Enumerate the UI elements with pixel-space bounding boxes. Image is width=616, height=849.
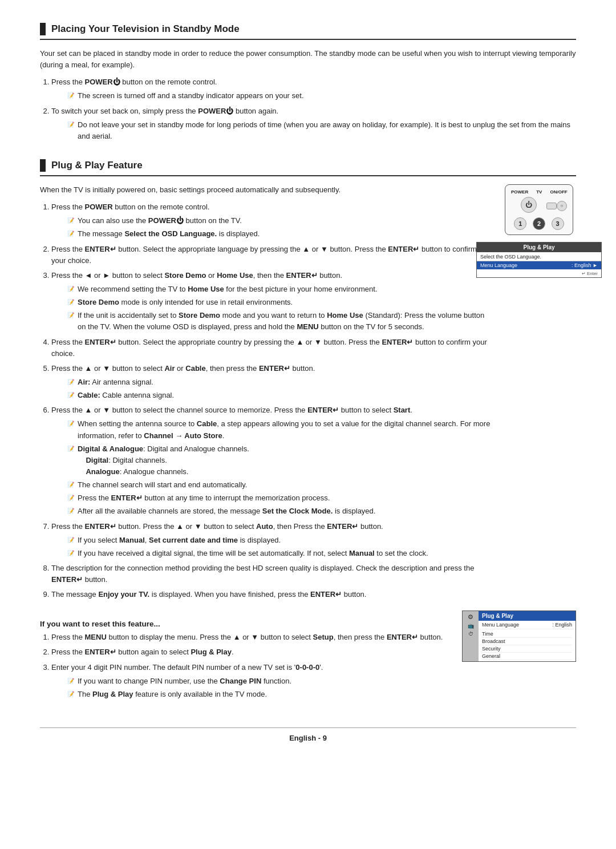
pp-note-6-1: When setting the antenna source to Cable… <box>67 418 491 441</box>
setup-osd-box: ⚙ 📺 ⏱ Plug & Play Menu Language : Englis… <box>462 611 576 662</box>
remote-top-labels: POWER TV ON/OFF <box>511 189 567 195</box>
power-bold-1: POWER⏻ <box>85 78 120 86</box>
remote-circle-btn: ○ <box>557 201 567 211</box>
standby-note-2-1: Do not leave your set in standby mode fo… <box>67 119 576 142</box>
rs2-bold2: Plug & Play <box>191 648 232 656</box>
standby-step-2-notes: Do not leave your set in standby mode fo… <box>67 119 576 142</box>
title-bar-decoration-2 <box>40 159 46 172</box>
standby-title: Placing Your Television in Standby Mode <box>40 23 576 40</box>
pp-s3-bold2: Home Use <box>217 271 253 280</box>
osd-subtitle: Select the OSD Language. <box>477 252 601 261</box>
standby-intro: Your set can be placed in standby mode i… <box>40 48 576 71</box>
plug-play-section: Plug & Play Feature When the TV is initi… <box>40 159 576 705</box>
rs1-bold3: ENTER↵ <box>387 633 418 641</box>
standby-step-2: To switch your set back on, simply press… <box>51 106 576 142</box>
pp-step-1: Press the POWER button on the remote con… <box>51 201 491 240</box>
remote-tv-row: ⏻ ○ <box>511 197 567 215</box>
plug-play-intro: When the TV is initially powered on, bas… <box>40 184 491 196</box>
setup-osd-lang-row: Menu Language : English <box>479 621 576 629</box>
rs3-bold1: 0-0-0-0 <box>295 663 319 672</box>
onoff-label: ON/OFF <box>550 189 567 195</box>
rs2-bold1: ENTER↵ <box>85 648 116 656</box>
pp-s9-bold1: Enjoy your TV. <box>98 590 149 599</box>
pp-n3-3-b3: MENU <box>297 322 318 331</box>
pp-step-1-notes: You can also use the POWER⏻ button on th… <box>67 215 491 240</box>
pp-n1-bold: POWER⏻ <box>148 216 184 225</box>
setup-right-panel: Plug & Play Menu Language : English Time… <box>479 611 576 661</box>
pp-n6-1-b2: Channel → Auto Store <box>144 431 222 440</box>
pp-note-3-3: If the unit is accidentally set to Store… <box>67 310 491 333</box>
pp-s4-bold2: ENTER↵ <box>382 338 413 346</box>
setup-icon-1: 📺 <box>468 623 474 629</box>
standby-step-1: Press the POWER⏻ button on the remote co… <box>51 76 576 102</box>
reset-heading: If you want to reset this feature... <box>40 620 453 628</box>
pp-note-5-1: Air: Air antenna signal. <box>67 377 491 388</box>
pp-note-6-3: The channel search will start and end au… <box>67 479 491 491</box>
power-label: POWER <box>511 189 528 195</box>
rs-n3-1-bold: Change PIN <box>220 677 261 685</box>
pp-n6-2-b2: Digital <box>86 456 108 464</box>
reset-step-3: Enter your 4 digit PIN number. The defau… <box>51 662 453 700</box>
setup-item-security: Security <box>482 645 572 653</box>
osd-title: Plug & Play <box>477 242 601 252</box>
pp-n7-1-b2: Set current date and time <box>149 536 238 544</box>
pp-n2-bold: Select the OSD Language. <box>124 229 217 238</box>
pp-s7-bold3: ENTER↵ <box>327 522 358 531</box>
pp-step-5-notes: Air: Air antenna signal. Cable: Cable an… <box>67 377 491 401</box>
pp-s3-bold1: Store Demo <box>164 271 206 280</box>
osd-menu-label: Menu Language <box>480 262 517 268</box>
pp-s1-bold1: POWER <box>85 203 113 211</box>
reset-steps: Press the MENU button to display the men… <box>51 632 453 700</box>
rs1-bold1: MENU <box>85 633 107 641</box>
setup-item-time: Time <box>482 630 572 638</box>
pp-n3-3-b1: Store Demo <box>179 311 220 320</box>
pp-n6-5-bold: Set the Clock Mode. <box>262 507 333 515</box>
pp-note-5-2: Cable: Cable antenna signal. <box>67 390 491 401</box>
pp-s7-bold2: Auto <box>256 522 273 531</box>
plug-play-main: When the TV is initially powered on, bas… <box>40 184 576 605</box>
pp-step-9: The message Enjoy your TV. is displayed.… <box>51 589 491 600</box>
pp-s6-bold1: ENTER↵ <box>307 406 339 414</box>
pp-step-3: Press the ◄ or ► button to select Store … <box>51 270 491 333</box>
pp-s5-bold2: Cable <box>185 364 205 373</box>
pp-step-2: Press the ENTER↵ button. Select the appr… <box>51 244 491 266</box>
reset-section: If you want to reset this feature... Pre… <box>40 611 576 705</box>
pp-s7-bold1: ENTER↵ <box>85 522 116 531</box>
pp-n6-2-b3: Analogue <box>86 467 119 476</box>
pp-note-6-4: Press the ENTER↵ button at any time to i… <box>67 492 491 504</box>
pp-n7-1-b1: Manual <box>119 536 145 544</box>
pp-n7-2-bold: Manual <box>349 549 375 557</box>
page-footer: English - 9 <box>40 727 576 742</box>
plug-play-title: Plug & Play Feature <box>40 159 576 176</box>
pp-note-6-2: Digital & Analogue: Digital and Analogue… <box>67 443 491 478</box>
tv-label: TV <box>536 189 542 195</box>
pp-n5-2-bold: Cable: <box>78 391 100 399</box>
pp-s2-bold1: ENTER↵ <box>85 245 116 253</box>
pp-step-5: Press the ▲ or ▼ button to select Air or… <box>51 363 491 401</box>
footer-text: English - 9 <box>289 734 327 742</box>
remote-btn-2: 2 <box>533 217 545 230</box>
pp-note-7-2: If you have received a digital signal, t… <box>67 548 491 559</box>
pp-s6-bold2: Start <box>394 406 411 414</box>
reset-step-2: Press the ENTER↵ button again to select … <box>51 646 453 658</box>
osd-box: Plug & Play Select the OSD Language. Men… <box>476 242 602 278</box>
pp-note-6-5: After all the available channels are sto… <box>67 506 491 517</box>
pp-s2-bold2: ENTER↵ <box>388 245 419 253</box>
setup-osd-items: Time Broadcast Security General <box>479 629 576 661</box>
pp-n3-1-bold: Home Use <box>188 285 224 293</box>
pp-note-3-1: We recommend setting the TV to Home Use … <box>67 284 491 295</box>
setup-gear-icon: ⚙ <box>468 613 473 621</box>
pp-note-3-2: Store Demo mode is only intended for use… <box>67 297 491 308</box>
pp-step-8: The description for the connection metho… <box>51 563 491 585</box>
remote-btn-1: 1 <box>514 217 526 230</box>
plug-play-content: When the TV is initially powered on, bas… <box>40 184 491 605</box>
pp-s5-bold1: Air <box>164 364 175 373</box>
pp-n5-1-bold: Air: <box>78 378 90 386</box>
reset-content: If you want to reset this feature... Pre… <box>40 611 453 705</box>
setup-box-inner: ⚙ 📺 ⏱ Plug & Play Menu Language : Englis… <box>463 611 576 661</box>
pp-n3-3-b2: Home Use <box>327 311 363 320</box>
pp-s9-bold2: ENTER↵ <box>310 590 342 599</box>
osd-arrow: ► <box>593 262 598 268</box>
standby-section: Placing Your Television in Standby Mode … <box>40 23 576 142</box>
setup-osd-header: Plug & Play <box>479 611 576 621</box>
